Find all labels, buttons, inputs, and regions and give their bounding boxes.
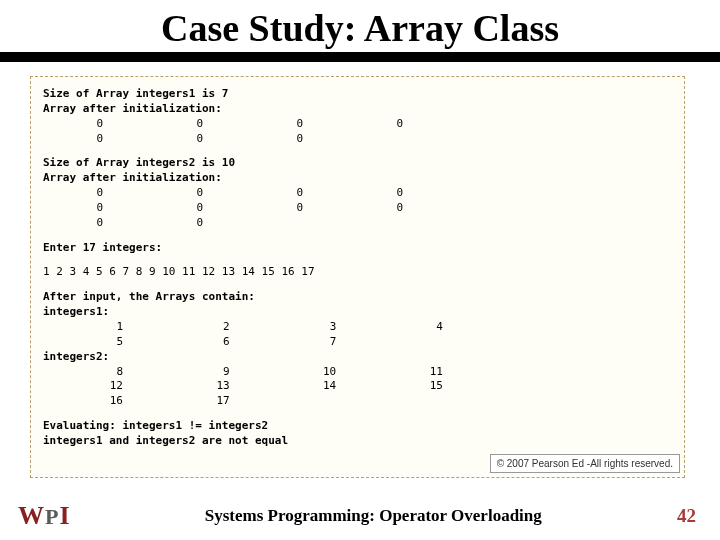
cell: 2 bbox=[150, 320, 250, 335]
logo-w: W bbox=[18, 501, 44, 531]
cell: 14 bbox=[256, 379, 356, 394]
cell: 0 bbox=[243, 201, 343, 216]
init1-row1: 0 0 0 0 bbox=[43, 117, 672, 132]
cell: 17 bbox=[150, 394, 250, 409]
title-underline bbox=[0, 52, 720, 62]
slide-title: Case Study: Array Class bbox=[0, 0, 720, 52]
size1-line: Size of Array integers1 is 7 bbox=[43, 87, 672, 102]
size2-line: Size of Array integers2 is 10 bbox=[43, 156, 672, 171]
int1-row1: 1 2 3 4 bbox=[43, 320, 672, 335]
int2-row2: 12 13 14 15 bbox=[43, 379, 672, 394]
content-area: Size of Array integers1 is 7 Array after… bbox=[0, 62, 720, 478]
cell: 0 bbox=[343, 201, 443, 216]
cell: 0 bbox=[43, 117, 143, 132]
afterinit2-line: Array after initialization: bbox=[43, 171, 672, 186]
cell: 0 bbox=[143, 117, 243, 132]
cell: 13 bbox=[150, 379, 250, 394]
cell: 0 bbox=[43, 201, 143, 216]
int2-row1: 8 9 10 11 bbox=[43, 365, 672, 380]
cell: 15 bbox=[363, 379, 463, 394]
int1-row2: 5 6 7 bbox=[43, 335, 672, 350]
footer-text: Systems Programming: Operator Overloadin… bbox=[70, 506, 677, 526]
eval-line: Evaluating: integers1 != integers2 bbox=[43, 419, 672, 434]
init2-row1: 0 0 0 0 bbox=[43, 186, 672, 201]
cell: 0 bbox=[243, 117, 343, 132]
cell: 0 bbox=[43, 216, 143, 231]
cell: 6 bbox=[150, 335, 250, 350]
cell: 0 bbox=[43, 132, 143, 147]
input-line: 1 2 3 4 5 6 7 8 9 10 11 12 13 14 15 16 1… bbox=[43, 265, 672, 280]
code-output-box: Size of Array integers1 is 7 Array after… bbox=[30, 76, 685, 478]
page-number: 42 bbox=[677, 505, 696, 527]
cell: 0 bbox=[43, 186, 143, 201]
afterinit1-line: Array after initialization: bbox=[43, 102, 672, 117]
cell: 0 bbox=[143, 216, 243, 231]
cell: 5 bbox=[43, 335, 143, 350]
logo-p: P bbox=[45, 504, 58, 530]
cell: 7 bbox=[256, 335, 356, 350]
cell: 3 bbox=[256, 320, 356, 335]
afterinput-line: After input, the Arrays contain: bbox=[43, 290, 672, 305]
cell: 8 bbox=[43, 365, 143, 380]
int2-row3: 16 17 bbox=[43, 394, 672, 409]
cell: 0 bbox=[143, 132, 243, 147]
cell: 0 bbox=[243, 132, 343, 147]
enter-line: Enter 17 integers: bbox=[43, 241, 672, 256]
cell: 0 bbox=[143, 186, 243, 201]
slide-footer: W P I Systems Programming: Operator Over… bbox=[0, 498, 720, 540]
noteq-line: integers1 and integers2 are not equal bbox=[43, 434, 672, 449]
init1-row2: 0 0 0 bbox=[43, 132, 672, 147]
cell: 0 bbox=[343, 117, 443, 132]
copyright-badge: © 2007 Pearson Ed -All rights reserved. bbox=[490, 454, 680, 474]
slide-header: Case Study: Array Class bbox=[0, 0, 720, 62]
cell: 10 bbox=[256, 365, 356, 380]
integers1-label: integers1: bbox=[43, 305, 672, 320]
init2-row3: 0 0 bbox=[43, 216, 672, 231]
cell: 0 bbox=[143, 201, 243, 216]
cell: 0 bbox=[343, 186, 443, 201]
integers2-label: integers2: bbox=[43, 350, 672, 365]
cell: 9 bbox=[150, 365, 250, 380]
cell: 1 bbox=[43, 320, 143, 335]
cell: 12 bbox=[43, 379, 143, 394]
cell: 16 bbox=[43, 394, 143, 409]
cell: 11 bbox=[363, 365, 463, 380]
cell: 4 bbox=[363, 320, 463, 335]
init2-row2: 0 0 0 0 bbox=[43, 201, 672, 216]
wpi-logo: W P I bbox=[18, 501, 70, 531]
cell: 0 bbox=[243, 186, 343, 201]
logo-i: I bbox=[59, 501, 69, 531]
